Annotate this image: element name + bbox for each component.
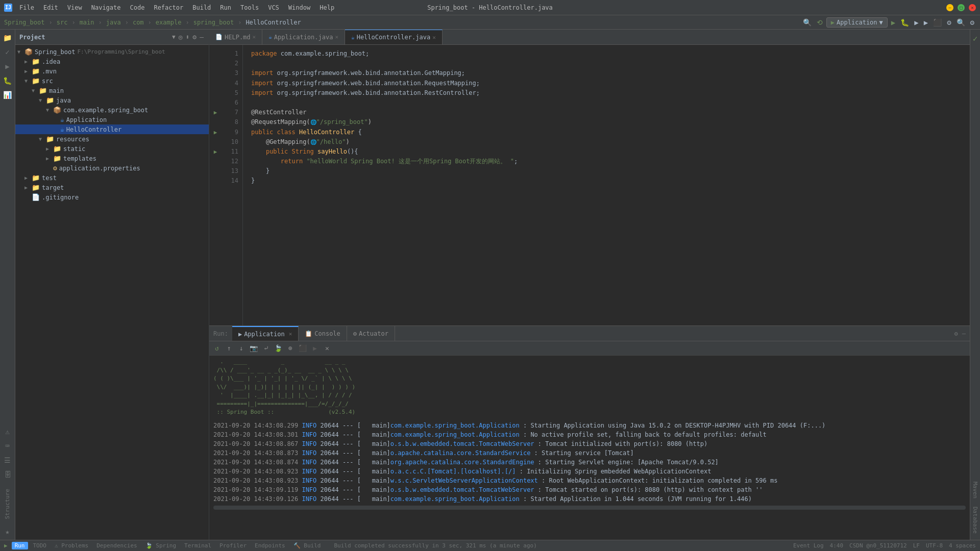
gutter-7-run[interactable]: ▶ — [209, 108, 222, 117]
profile-button[interactable]: ▶ — [922, 17, 929, 28]
console-scrollbar[interactable] — [213, 506, 966, 510]
search-icon[interactable]: 🔍 — [955, 17, 967, 28]
console-content[interactable]: . ____ _ __ _ _ /\\ / ___'_ __ _ _(_)_ _… — [209, 356, 970, 540]
spring-icon[interactable]: 🍃 — [273, 343, 284, 354]
close-panel-icon[interactable]: — — [199, 32, 205, 42]
locate-icon[interactable]: ◎ — [178, 32, 184, 42]
menu-tools[interactable]: Tools — [236, 3, 263, 12]
project-dropdown-icon[interactable]: ▼ — [172, 34, 176, 40]
bottom-tab-app-close[interactable]: ✕ — [289, 331, 292, 337]
debug-button[interactable]: 🐛 — [899, 17, 911, 28]
breadcrumb-example[interactable]: example — [156, 19, 182, 26]
tree-item-src[interactable]: ▼ 📁 src — [15, 76, 209, 86]
tab-help-close[interactable]: ✕ — [253, 34, 256, 40]
wordwrap-icon[interactable]: ⤶ — [260, 343, 272, 354]
tree-item-application[interactable]: ☕ Application — [15, 115, 209, 124]
status-tab-endpoints[interactable]: Endpoints — [252, 542, 288, 549]
menu-navigate[interactable]: Navigate — [87, 3, 125, 12]
status-tab-todo[interactable]: TODO — [30, 542, 50, 549]
menu-edit[interactable]: Edit — [39, 3, 62, 12]
sidebar-project-icon[interactable]: 📁 — [2, 32, 14, 44]
tree-item-package[interactable]: ▼ 📦 com.example.spring_boot — [15, 105, 209, 115]
settings-icon[interactable]: ⚙ — [945, 17, 952, 28]
menu-code[interactable]: Code — [126, 3, 149, 12]
code-editor[interactable]: ▶ ▶ ▶ 1 2 3 4 5 6 7 8 9 10 11 — [209, 45, 970, 325]
breadcrumb-com[interactable]: com — [133, 19, 144, 26]
bottom-tab-application[interactable]: ▶ Application ✕ — [232, 326, 299, 341]
maximize-button[interactable]: □ — [958, 4, 965, 11]
menu-window[interactable]: Window — [284, 3, 314, 12]
search-everywhere-icon[interactable]: 🔍 — [801, 17, 813, 28]
menu-vcs[interactable]: VCS — [264, 3, 283, 12]
filter-icon[interactable]: ⊕ — [285, 343, 296, 354]
structure-label[interactable]: Structure — [2, 487, 13, 521]
stop-icon[interactable]: ⬛ — [297, 343, 308, 354]
tab-application[interactable]: ☕ Application.java ✕ — [262, 30, 345, 44]
database-label[interactable]: Database — [971, 503, 979, 538]
sidebar-debug-icon[interactable]: 🐛 — [2, 74, 14, 87]
sidebar-profiler-icon[interactable]: 📊 — [2, 89, 14, 101]
tree-item-gitignore[interactable]: 📄 .gitignore — [15, 192, 209, 202]
menu-view[interactable]: View — [63, 3, 86, 12]
rerun-icon[interactable]: ↺ — [211, 343, 223, 354]
tree-item-resources[interactable]: ▼ 📁 resources — [15, 134, 209, 144]
bottom-tab-actuator[interactable]: ⚙ Actuator — [347, 326, 395, 341]
gear-icon[interactable]: ⚙ — [969, 17, 976, 28]
close-console-icon[interactable]: ✕ — [322, 343, 333, 354]
tree-item-main[interactable]: ▼ 📁 main — [15, 86, 209, 95]
collapse-all-icon[interactable]: ⬍ — [185, 32, 191, 42]
breadcrumb-spring-boot-pkg[interactable]: spring_boot — [193, 19, 234, 26]
gutter-11-run[interactable]: ▶ — [209, 147, 222, 157]
status-tab-spring[interactable]: 🍃 Spring — [142, 542, 179, 549]
tree-item-target[interactable]: ▶ 📁 target — [15, 183, 209, 192]
gutter-9-run[interactable]: ▶ — [209, 128, 222, 137]
tree-settings-icon[interactable]: ⚙ — [191, 32, 198, 42]
status-tab-dependencies[interactable]: Dependencies — [93, 542, 140, 549]
tab-hellocontroller[interactable]: ☕ HelloController.java ✕ — [345, 30, 443, 44]
sidebar-commit-icon[interactable]: ✓ — [2, 46, 14, 58]
coverage-button[interactable]: ▶ — [913, 17, 920, 28]
menu-run[interactable]: Run — [216, 3, 235, 12]
menu-file[interactable]: File — [15, 3, 38, 12]
screenshot-icon[interactable]: 📷 — [248, 343, 259, 354]
tree-item-java[interactable]: ▼ 📁 java — [15, 95, 209, 105]
run-button[interactable]: ▶ — [890, 17, 897, 28]
scroll-up-icon[interactable]: ↑ — [224, 343, 235, 354]
breadcrumb-spring-boot[interactable]: Spring_boot — [4, 19, 44, 26]
menu-refactor[interactable]: Refactor — [150, 3, 187, 12]
tab-hello-close[interactable]: ✕ — [432, 34, 436, 41]
status-indent[interactable]: 4 spaces — [949, 542, 976, 549]
tree-item-templates[interactable]: ▶ 📁 templates — [15, 154, 209, 163]
tree-item-mvn[interactable]: ▶ 📁 .mvn — [15, 66, 209, 76]
maven-label[interactable]: Maven — [971, 478, 979, 503]
tree-item-app-props[interactable]: ⚙ application.properties — [15, 163, 209, 173]
close-button[interactable]: ✕ — [969, 4, 976, 11]
sidebar-terminal-icon[interactable]: ⌨ — [2, 440, 14, 452]
tree-item-test[interactable]: ▶ 📁 test — [15, 173, 209, 183]
breadcrumb-main[interactable]: main — [80, 19, 94, 26]
tab-app-close[interactable]: ✕ — [335, 34, 338, 40]
status-lf[interactable]: LF — [913, 542, 920, 549]
status-tab-profiler[interactable]: Profiler — [216, 542, 250, 549]
sync-icon[interactable]: ⟲ — [815, 17, 824, 28]
status-utf8[interactable]: UTF-8 — [926, 542, 943, 549]
breadcrumb-src[interactable]: src — [57, 19, 68, 26]
status-tab-build[interactable]: 🔨 Build — [290, 542, 324, 549]
tree-item-idea[interactable]: ▶ 📁 .idea — [15, 57, 209, 66]
sidebar-services-icon[interactable]: ☰ — [2, 454, 14, 466]
code-content[interactable]: package com.example.spring_boot; import … — [243, 45, 970, 325]
menu-help[interactable]: Help — [315, 3, 338, 12]
stop-button[interactable]: ⬛ — [932, 17, 943, 28]
sidebar-database-icon[interactable]: 🗄 — [2, 468, 14, 481]
minimize-button[interactable]: — — [946, 4, 953, 11]
bottom-minimize-icon[interactable]: — — [962, 330, 966, 337]
scroll-down-icon[interactable]: ↓ — [236, 343, 247, 354]
tree-item-root[interactable]: ▼ 📦 Spring_boot F:\Programming\Spring_bo… — [15, 47, 209, 57]
status-tab-run[interactable]: Run — [12, 542, 28, 549]
bottom-tab-console[interactable]: 📋 Console — [299, 326, 347, 341]
status-tab-problems[interactable]: ⚠ Problems — [52, 542, 91, 549]
run-config-selector[interactable]: ▶ Application ▼ — [826, 17, 888, 28]
bottom-settings-icon[interactable]: ⚙ — [954, 330, 958, 337]
tree-item-static[interactable]: ▶ 📁 static — [15, 144, 209, 154]
breadcrumb-java[interactable]: java — [106, 19, 121, 26]
